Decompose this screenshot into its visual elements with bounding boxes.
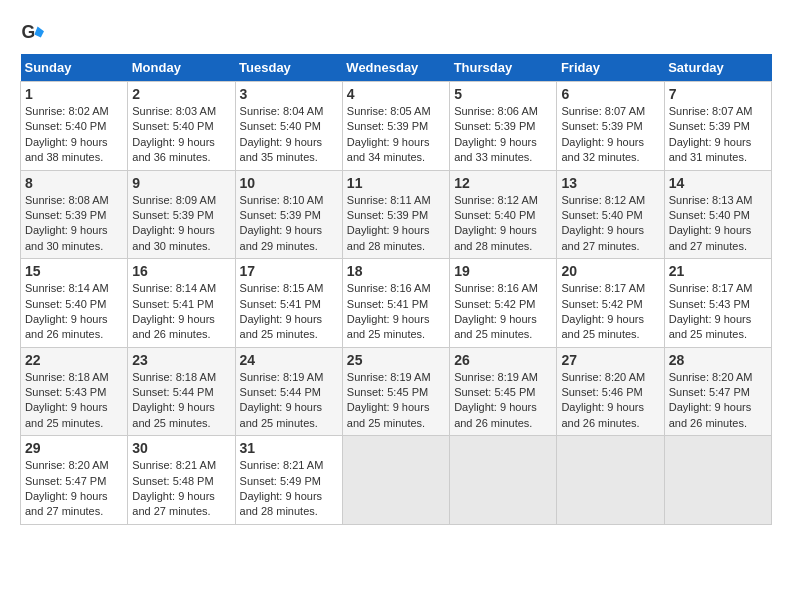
day-info: Sunrise: 8:09 AM Sunset: 5:39 PM Dayligh… [132,193,230,255]
day-info: Sunrise: 8:12 AM Sunset: 5:40 PM Dayligh… [561,193,659,255]
day-cell: 5 Sunrise: 8:06 AM Sunset: 5:39 PM Dayli… [450,82,557,171]
day-info: Sunrise: 8:17 AM Sunset: 5:42 PM Dayligh… [561,281,659,343]
day-number: 8 [25,175,123,191]
week-row: 15 Sunrise: 8:14 AM Sunset: 5:40 PM Dayl… [21,259,772,348]
day-cell: 9 Sunrise: 8:09 AM Sunset: 5:39 PM Dayli… [128,170,235,259]
logo: G [20,20,48,44]
day-number: 25 [347,352,445,368]
day-header-monday: Monday [128,54,235,82]
week-row: 29 Sunrise: 8:20 AM Sunset: 5:47 PM Dayl… [21,436,772,525]
day-number: 26 [454,352,552,368]
day-cell: 1 Sunrise: 8:02 AM Sunset: 5:40 PM Dayli… [21,82,128,171]
day-number: 12 [454,175,552,191]
day-info: Sunrise: 8:11 AM Sunset: 5:39 PM Dayligh… [347,193,445,255]
day-info: Sunrise: 8:17 AM Sunset: 5:43 PM Dayligh… [669,281,767,343]
day-number: 27 [561,352,659,368]
day-cell: 8 Sunrise: 8:08 AM Sunset: 5:39 PM Dayli… [21,170,128,259]
day-info: Sunrise: 8:19 AM Sunset: 5:44 PM Dayligh… [240,370,338,432]
day-cell: 13 Sunrise: 8:12 AM Sunset: 5:40 PM Dayl… [557,170,664,259]
calendar-table: SundayMondayTuesdayWednesdayThursdayFrid… [20,54,772,525]
day-info: Sunrise: 8:14 AM Sunset: 5:40 PM Dayligh… [25,281,123,343]
day-cell: 2 Sunrise: 8:03 AM Sunset: 5:40 PM Dayli… [128,82,235,171]
day-cell: 18 Sunrise: 8:16 AM Sunset: 5:41 PM Dayl… [342,259,449,348]
day-info: Sunrise: 8:07 AM Sunset: 5:39 PM Dayligh… [561,104,659,166]
day-info: Sunrise: 8:20 AM Sunset: 5:46 PM Dayligh… [561,370,659,432]
calendar-header-row: SundayMondayTuesdayWednesdayThursdayFrid… [21,54,772,82]
day-number: 31 [240,440,338,456]
day-info: Sunrise: 8:02 AM Sunset: 5:40 PM Dayligh… [25,104,123,166]
day-cell [450,436,557,525]
day-header-friday: Friday [557,54,664,82]
day-cell: 22 Sunrise: 8:18 AM Sunset: 5:43 PM Dayl… [21,347,128,436]
day-cell: 29 Sunrise: 8:20 AM Sunset: 5:47 PM Dayl… [21,436,128,525]
day-info: Sunrise: 8:21 AM Sunset: 5:48 PM Dayligh… [132,458,230,520]
day-cell: 26 Sunrise: 8:19 AM Sunset: 5:45 PM Dayl… [450,347,557,436]
day-info: Sunrise: 8:19 AM Sunset: 5:45 PM Dayligh… [347,370,445,432]
day-info: Sunrise: 8:04 AM Sunset: 5:40 PM Dayligh… [240,104,338,166]
day-info: Sunrise: 8:13 AM Sunset: 5:40 PM Dayligh… [669,193,767,255]
week-row: 1 Sunrise: 8:02 AM Sunset: 5:40 PM Dayli… [21,82,772,171]
day-number: 10 [240,175,338,191]
day-cell: 17 Sunrise: 8:15 AM Sunset: 5:41 PM Dayl… [235,259,342,348]
day-cell [557,436,664,525]
day-cell [664,436,771,525]
day-cell: 24 Sunrise: 8:19 AM Sunset: 5:44 PM Dayl… [235,347,342,436]
day-cell: 6 Sunrise: 8:07 AM Sunset: 5:39 PM Dayli… [557,82,664,171]
day-info: Sunrise: 8:08 AM Sunset: 5:39 PM Dayligh… [25,193,123,255]
day-number: 14 [669,175,767,191]
day-info: Sunrise: 8:12 AM Sunset: 5:40 PM Dayligh… [454,193,552,255]
day-cell: 16 Sunrise: 8:14 AM Sunset: 5:41 PM Dayl… [128,259,235,348]
day-number: 1 [25,86,123,102]
day-number: 16 [132,263,230,279]
day-number: 4 [347,86,445,102]
day-number: 22 [25,352,123,368]
day-number: 17 [240,263,338,279]
day-info: Sunrise: 8:18 AM Sunset: 5:44 PM Dayligh… [132,370,230,432]
day-cell: 28 Sunrise: 8:20 AM Sunset: 5:47 PM Dayl… [664,347,771,436]
day-cell: 20 Sunrise: 8:17 AM Sunset: 5:42 PM Dayl… [557,259,664,348]
day-cell: 14 Sunrise: 8:13 AM Sunset: 5:40 PM Dayl… [664,170,771,259]
day-header-saturday: Saturday [664,54,771,82]
day-number: 30 [132,440,230,456]
day-cell: 23 Sunrise: 8:18 AM Sunset: 5:44 PM Dayl… [128,347,235,436]
day-info: Sunrise: 8:14 AM Sunset: 5:41 PM Dayligh… [132,281,230,343]
day-cell [342,436,449,525]
day-number: 13 [561,175,659,191]
day-header-sunday: Sunday [21,54,128,82]
day-number: 9 [132,175,230,191]
day-cell: 3 Sunrise: 8:04 AM Sunset: 5:40 PM Dayli… [235,82,342,171]
day-info: Sunrise: 8:10 AM Sunset: 5:39 PM Dayligh… [240,193,338,255]
day-cell: 4 Sunrise: 8:05 AM Sunset: 5:39 PM Dayli… [342,82,449,171]
day-info: Sunrise: 8:20 AM Sunset: 5:47 PM Dayligh… [25,458,123,520]
day-info: Sunrise: 8:20 AM Sunset: 5:47 PM Dayligh… [669,370,767,432]
day-cell: 19 Sunrise: 8:16 AM Sunset: 5:42 PM Dayl… [450,259,557,348]
week-row: 22 Sunrise: 8:18 AM Sunset: 5:43 PM Dayl… [21,347,772,436]
day-number: 28 [669,352,767,368]
day-header-wednesday: Wednesday [342,54,449,82]
day-header-thursday: Thursday [450,54,557,82]
day-number: 29 [25,440,123,456]
day-cell: 30 Sunrise: 8:21 AM Sunset: 5:48 PM Dayl… [128,436,235,525]
day-info: Sunrise: 8:16 AM Sunset: 5:42 PM Dayligh… [454,281,552,343]
day-number: 3 [240,86,338,102]
week-row: 8 Sunrise: 8:08 AM Sunset: 5:39 PM Dayli… [21,170,772,259]
day-number: 15 [25,263,123,279]
header: G [20,20,772,44]
day-info: Sunrise: 8:18 AM Sunset: 5:43 PM Dayligh… [25,370,123,432]
day-cell: 15 Sunrise: 8:14 AM Sunset: 5:40 PM Dayl… [21,259,128,348]
day-cell: 12 Sunrise: 8:12 AM Sunset: 5:40 PM Dayl… [450,170,557,259]
day-cell: 11 Sunrise: 8:11 AM Sunset: 5:39 PM Dayl… [342,170,449,259]
day-header-tuesday: Tuesday [235,54,342,82]
day-number: 20 [561,263,659,279]
svg-text:G: G [22,22,36,42]
day-number: 23 [132,352,230,368]
day-info: Sunrise: 8:19 AM Sunset: 5:45 PM Dayligh… [454,370,552,432]
day-number: 6 [561,86,659,102]
day-number: 18 [347,263,445,279]
day-info: Sunrise: 8:03 AM Sunset: 5:40 PM Dayligh… [132,104,230,166]
day-number: 24 [240,352,338,368]
day-cell: 21 Sunrise: 8:17 AM Sunset: 5:43 PM Dayl… [664,259,771,348]
day-cell: 7 Sunrise: 8:07 AM Sunset: 5:39 PM Dayli… [664,82,771,171]
logo-icon: G [20,20,44,44]
day-number: 21 [669,263,767,279]
